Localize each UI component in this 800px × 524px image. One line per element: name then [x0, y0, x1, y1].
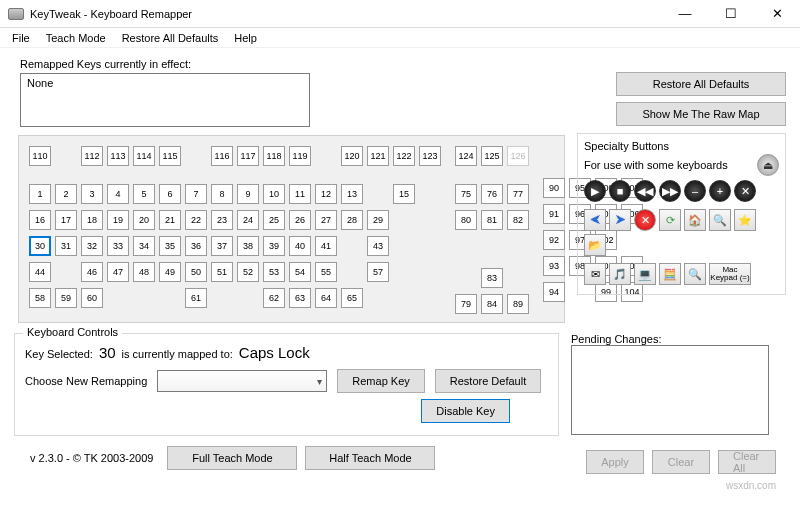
key-47[interactable]: 47	[107, 262, 129, 282]
key-116[interactable]: 116	[211, 146, 233, 166]
apply-button[interactable]: Apply	[586, 450, 644, 474]
key-54[interactable]: 54	[289, 262, 311, 282]
maximize-button[interactable]: ☐	[708, 0, 754, 28]
key-118[interactable]: 118	[263, 146, 285, 166]
key-18[interactable]: 18	[81, 210, 103, 230]
key-48[interactable]: 48	[133, 262, 155, 282]
clear-all-button[interactable]: Clear All	[718, 450, 776, 474]
eject-icon[interactable]: ⏏	[757, 154, 779, 176]
key-3[interactable]: 3	[81, 184, 103, 204]
key-12[interactable]: 12	[315, 184, 337, 204]
open-folder-icon[interactable]: 📂	[584, 234, 606, 256]
key-114[interactable]: 114	[133, 146, 155, 166]
key-30[interactable]: 30	[29, 236, 51, 256]
key-20[interactable]: 20	[133, 210, 155, 230]
key-44[interactable]: 44	[29, 262, 51, 282]
key-115[interactable]: 115	[159, 146, 181, 166]
key-9[interactable]: 9	[237, 184, 259, 204]
key-28[interactable]: 28	[341, 210, 363, 230]
key-34[interactable]: 34	[133, 236, 155, 256]
menu-file[interactable]: File	[4, 30, 38, 46]
key-39[interactable]: 39	[263, 236, 285, 256]
key-29[interactable]: 29	[367, 210, 389, 230]
key-64[interactable]: 64	[315, 288, 337, 308]
key-7[interactable]: 7	[185, 184, 207, 204]
media-player-icon[interactable]: 🎵	[609, 263, 631, 285]
key-10[interactable]: 10	[263, 184, 285, 204]
key-1[interactable]: 1	[29, 184, 51, 204]
key-110[interactable]: 110	[29, 146, 51, 166]
key-25[interactable]: 25	[263, 210, 285, 230]
key-120[interactable]: 120	[341, 146, 363, 166]
menu-teach-mode[interactable]: Teach Mode	[38, 30, 114, 46]
key-79[interactable]: 79	[455, 294, 477, 314]
key-32[interactable]: 32	[81, 236, 103, 256]
mail-icon[interactable]: ✉	[584, 263, 606, 285]
remap-combo[interactable]	[157, 370, 327, 392]
key-26[interactable]: 26	[289, 210, 311, 230]
browser-forward-icon[interactable]: ⮞	[609, 209, 631, 231]
key-16[interactable]: 16	[29, 210, 51, 230]
key-117[interactable]: 117	[237, 146, 259, 166]
key-23[interactable]: 23	[211, 210, 233, 230]
browser-search-icon[interactable]: 🔍	[709, 209, 731, 231]
disable-key-button[interactable]: Disable Key	[421, 399, 510, 423]
key-89[interactable]: 89	[507, 294, 529, 314]
menu-help[interactable]: Help	[226, 30, 265, 46]
key-121[interactable]: 121	[367, 146, 389, 166]
key-51[interactable]: 51	[211, 262, 233, 282]
full-teach-mode-button[interactable]: Full Teach Mode	[167, 446, 297, 470]
media-play-icon[interactable]: ▶	[584, 180, 606, 202]
key-126[interactable]: 126	[507, 146, 529, 166]
key-53[interactable]: 53	[263, 262, 285, 282]
half-teach-mode-button[interactable]: Half Teach Mode	[305, 446, 435, 470]
key-6[interactable]: 6	[159, 184, 181, 204]
key-52[interactable]: 52	[237, 262, 259, 282]
key-15[interactable]: 15	[393, 184, 415, 204]
key-65[interactable]: 65	[341, 288, 363, 308]
mac-keypad-button[interactable]: Mac Keypad (=)	[709, 263, 751, 285]
key-84[interactable]: 84	[481, 294, 503, 314]
key-76[interactable]: 76	[481, 184, 503, 204]
key-92[interactable]: 92	[543, 230, 565, 250]
my-computer-icon[interactable]: 💻	[634, 263, 656, 285]
key-91[interactable]: 91	[543, 204, 565, 224]
minimize-button[interactable]: —	[662, 0, 708, 28]
key-43[interactable]: 43	[367, 236, 389, 256]
key-77[interactable]: 77	[507, 184, 529, 204]
clear-button[interactable]: Clear	[652, 450, 710, 474]
key-5[interactable]: 5	[133, 184, 155, 204]
key-61[interactable]: 61	[185, 288, 207, 308]
key-113[interactable]: 113	[107, 146, 129, 166]
key-50[interactable]: 50	[185, 262, 207, 282]
media-next-icon[interactable]: ▶▶	[659, 180, 681, 202]
key-35[interactable]: 35	[159, 236, 181, 256]
restore-default-button[interactable]: Restore Default	[435, 369, 541, 393]
browser-stop-icon[interactable]: ✕	[634, 209, 656, 231]
media-stop-icon[interactable]: ■	[609, 180, 631, 202]
key-27[interactable]: 27	[315, 210, 337, 230]
key-80[interactable]: 80	[455, 210, 477, 230]
key-62[interactable]: 62	[263, 288, 285, 308]
key-63[interactable]: 63	[289, 288, 311, 308]
media-vol-down-icon[interactable]: –	[684, 180, 706, 202]
key-75[interactable]: 75	[455, 184, 477, 204]
browser-favorites-icon[interactable]: ⭐	[734, 209, 756, 231]
key-83[interactable]: 83	[481, 268, 503, 288]
key-58[interactable]: 58	[29, 288, 51, 308]
key-122[interactable]: 122	[393, 146, 415, 166]
key-55[interactable]: 55	[315, 262, 337, 282]
media-mute-icon[interactable]: ✕	[734, 180, 756, 202]
key-40[interactable]: 40	[289, 236, 311, 256]
key-90[interactable]: 90	[543, 178, 565, 198]
key-22[interactable]: 22	[185, 210, 207, 230]
browser-refresh-icon[interactable]: ⟳	[659, 209, 681, 231]
key-123[interactable]: 123	[419, 146, 441, 166]
key-11[interactable]: 11	[289, 184, 311, 204]
remap-key-button[interactable]: Remap Key	[337, 369, 424, 393]
calculator-icon[interactable]: 🧮	[659, 263, 681, 285]
key-33[interactable]: 33	[107, 236, 129, 256]
key-82[interactable]: 82	[507, 210, 529, 230]
key-57[interactable]: 57	[367, 262, 389, 282]
key-46[interactable]: 46	[81, 262, 103, 282]
